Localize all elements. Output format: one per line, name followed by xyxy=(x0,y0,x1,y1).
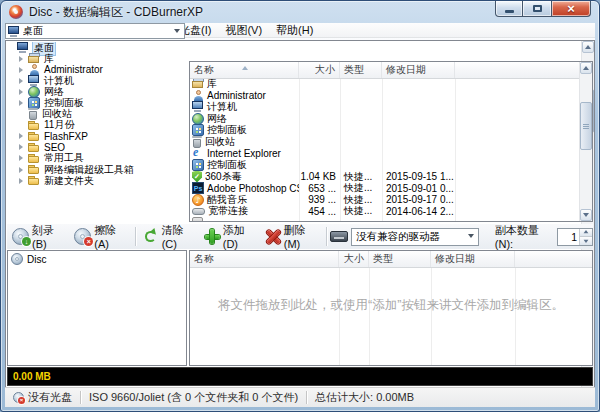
file-row[interactable]: 回收站 xyxy=(190,136,579,148)
close-button[interactable]: × xyxy=(551,1,591,17)
file-date-cell: 2015-09-15 1... xyxy=(382,171,455,182)
add-button-label: 添加(D) xyxy=(223,223,256,250)
file-row[interactable]: 宽带连接454 ...快捷...2014-06-14 2... xyxy=(190,206,579,218)
title-bar[interactable]: Disc - 数据编辑区 - CDBurnerXP × xyxy=(1,1,599,23)
filesystem-text: ISO 9660/Joliet (含 0 个文件夹和 0 个文件) xyxy=(89,390,298,405)
menu-view[interactable]: 视图(V) xyxy=(218,23,269,37)
file-rows: 库Administrator计算机网络控制面板回收站Internet Explo… xyxy=(190,78,579,221)
disc-erase-icon xyxy=(74,228,91,245)
kuwo-music-icon xyxy=(192,194,204,206)
total-size-status: 总估计大小: 0.00MB xyxy=(313,390,422,405)
column-header-date[interactable]: 修改日期 xyxy=(431,251,515,267)
grip-icon xyxy=(583,124,589,129)
compilation-root-label: Disc xyxy=(27,254,46,265)
expander-icon[interactable] xyxy=(19,144,26,150)
file-name-text: 宽带连接 xyxy=(208,204,248,218)
file-list-scrollbar[interactable] xyxy=(579,62,592,221)
expander-icon[interactable] xyxy=(19,155,26,161)
expander-icon[interactable] xyxy=(19,67,26,73)
compilation-tree-panel: Disc xyxy=(7,250,187,366)
location-combobox[interactable]: 桌面 xyxy=(5,23,185,39)
burn-button[interactable]: 刻录(B) xyxy=(7,221,69,252)
maximize-button[interactable] xyxy=(523,1,551,17)
scroll-up-button[interactable] xyxy=(582,41,594,53)
arrow-down-icon xyxy=(583,213,589,220)
tree-item-desktop[interactable]: 桌面 xyxy=(6,42,581,53)
column-header-name[interactable]: 名称 xyxy=(190,251,339,267)
expander-icon[interactable] xyxy=(19,56,26,62)
chevron-down-icon xyxy=(174,29,180,36)
copies-label: 副本数量(N): xyxy=(495,223,553,250)
folder-icon xyxy=(28,175,40,186)
expander-icon[interactable] xyxy=(19,89,26,95)
arrow-up-icon xyxy=(583,63,589,70)
file-name-cell: 宽带连接 xyxy=(190,204,299,218)
recycle-bin-icon xyxy=(192,136,202,148)
clear-button[interactable]: 清除(C) xyxy=(139,221,200,252)
compilation-list-panel: 名称大小类型修改日期 将文件拖放到此处，或使用“添加”按钮来讲文件添加到编辑区。 xyxy=(189,250,593,366)
drive-select-value: 没有兼容的驱动器 xyxy=(356,230,466,244)
total-size-text: 总估计大小: 0.00MB xyxy=(315,390,414,405)
expander-icon[interactable] xyxy=(19,167,26,173)
spinner-buttons xyxy=(579,229,592,245)
expander-icon[interactable] xyxy=(19,178,26,184)
burn-button-label: 刻录(B) xyxy=(32,223,64,250)
shield-360-icon xyxy=(192,171,202,183)
drive-select[interactable]: 没有兼容的驱动器 xyxy=(351,228,479,246)
file-name-text: 库 xyxy=(207,78,217,91)
file-list-body: 库Administrator计算机网络控制面板回收站Internet Explo… xyxy=(190,78,579,221)
spin-up-button[interactable] xyxy=(580,229,592,237)
menu-help[interactable]: 帮助(H) xyxy=(269,23,320,37)
no-disc-icon xyxy=(13,392,24,403)
scrollbar-thumb[interactable] xyxy=(580,102,592,150)
photoshop-icon xyxy=(192,182,204,194)
size-bar-label: 0.00 MB xyxy=(13,371,51,382)
arrow-down-icon xyxy=(584,239,589,245)
expander-icon[interactable] xyxy=(19,133,26,139)
file-date-cell: 2014-06-14 2... xyxy=(382,206,455,217)
libraries-icon xyxy=(28,53,40,64)
file-name-cell: 库 xyxy=(190,78,299,91)
broadband-icon xyxy=(192,208,205,215)
explorer-panel: 桌面 桌面库Administrator计算机网络控制面板回收站11月份Flash… xyxy=(5,23,185,184)
column-header-type[interactable]: 类型 xyxy=(340,62,382,78)
scroll-up-button[interactable] xyxy=(580,62,592,74)
status-separator xyxy=(80,391,81,404)
file-date-cell: 2015-09-17 0... xyxy=(382,194,455,205)
expander-icon[interactable] xyxy=(19,100,26,106)
column-header-size[interactable]: 大小 xyxy=(299,62,340,78)
location-combobox-value: 桌面 xyxy=(23,24,172,38)
clear-button-label: 清除(C) xyxy=(162,223,195,250)
minimize-icon xyxy=(505,10,514,13)
copies-value: 1 xyxy=(558,231,579,243)
erase-button[interactable]: 擦除(A) xyxy=(69,221,131,252)
expander-icon[interactable] xyxy=(19,78,26,84)
remove-button[interactable]: 删除(M) xyxy=(261,221,323,252)
column-header-size[interactable]: 大小 xyxy=(339,251,369,267)
file-row[interactable]: 库 xyxy=(190,78,579,90)
column-header-blank[interactable] xyxy=(455,62,579,78)
status-bar: 没有光盘 ISO 9660/Joliet (含 0 个文件夹和 0 个文件) 总… xyxy=(5,387,595,407)
column-header-type[interactable]: 类型 xyxy=(369,251,431,267)
app-icon xyxy=(9,5,23,19)
tree-item-label: 新建文件夹 xyxy=(43,174,95,188)
spin-down-button[interactable] xyxy=(580,236,592,245)
folder-icon xyxy=(28,153,40,164)
compilation-root[interactable]: Disc xyxy=(8,251,186,267)
recycle-bin-icon xyxy=(28,108,38,120)
add-button[interactable]: 添加(D) xyxy=(200,221,261,252)
column-header-date[interactable]: 修改日期 xyxy=(382,62,455,78)
file-size-cell: 653 ... xyxy=(299,183,340,194)
column-header-blank[interactable] xyxy=(515,251,592,267)
column-header-name[interactable]: 名称 xyxy=(190,62,299,78)
scroll-down-button[interactable] xyxy=(580,209,592,221)
file-list-header: 名称大小类型修改日期 xyxy=(190,62,579,79)
status-separator xyxy=(306,391,307,404)
minimize-button[interactable] xyxy=(495,1,523,17)
folder-icon xyxy=(28,164,40,175)
copies-spinner[interactable]: 1 xyxy=(557,228,593,246)
file-row[interactable]: 360杀毒1.04 KB快捷...2015-09-15 1... xyxy=(190,171,579,183)
burn-toolbar: 刻录(B)擦除(A)清除(C)添加(D)删除(M) 没有兼容的驱动器 副本数量(… xyxy=(7,224,593,249)
control-panel-icon xyxy=(192,124,204,136)
disc-status-text: 没有光盘 xyxy=(28,390,72,405)
